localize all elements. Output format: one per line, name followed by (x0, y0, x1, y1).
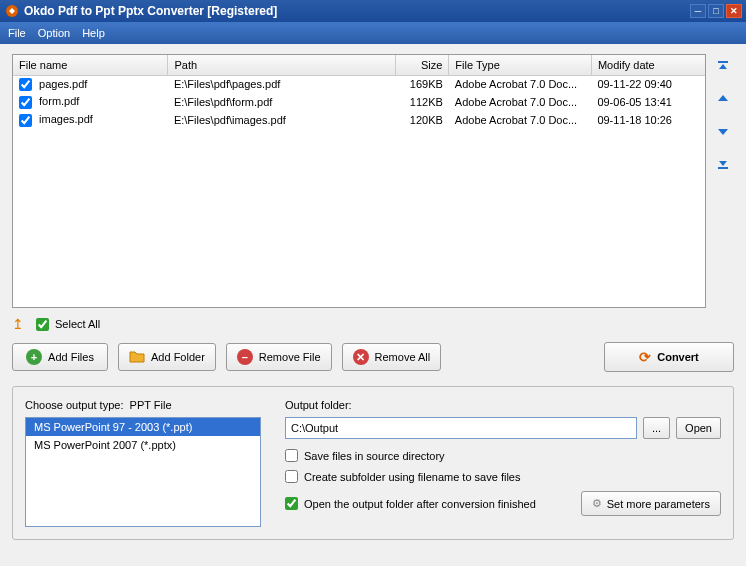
remove-file-label: Remove File (259, 351, 321, 363)
add-files-button[interactable]: + Add Files (12, 343, 108, 371)
file-type: Adobe Acrobat 7.0 Doc... (449, 93, 592, 111)
open-after-label[interactable]: Open the output folder after conversion … (304, 498, 536, 510)
row-checkbox[interactable] (19, 96, 32, 109)
titlebar: Okdo Pdf to Ppt Pptx Converter [Register… (0, 0, 746, 22)
save-source-label[interactable]: Save files in source directory (304, 450, 445, 462)
file-size: 112KB (395, 93, 449, 111)
menu-help[interactable]: Help (82, 27, 105, 39)
plus-icon: + (26, 349, 42, 365)
move-up-button[interactable] (714, 90, 732, 108)
menubar: File Option Help (0, 22, 746, 44)
open-after-checkbox[interactable] (285, 497, 298, 510)
file-name: images.pdf (39, 113, 93, 125)
file-panel: File name Path Size File Type Modify dat… (12, 54, 734, 308)
file-path: E:\Files\pdf\pages.pdf (168, 75, 395, 93)
table-header: File name Path Size File Type Modify dat… (13, 55, 705, 75)
reorder-arrows (714, 54, 734, 308)
window-title: Okdo Pdf to Ppt Pptx Converter [Register… (24, 4, 690, 18)
menu-file[interactable]: File (8, 27, 26, 39)
file-path: E:\Files\pdf\form.pdf (168, 93, 395, 111)
table-row[interactable]: images.pdfE:\Files\pdf\images.pdf120KBAd… (13, 111, 705, 129)
add-files-label: Add Files (48, 351, 94, 363)
add-folder-label: Add Folder (151, 351, 205, 363)
convert-label: Convert (657, 351, 699, 363)
output-folder-row: ... Open (285, 417, 721, 439)
gear-icon: ⚙ (592, 497, 602, 510)
file-date: 09-11-18 10:26 (591, 111, 705, 129)
file-size: 120KB (395, 111, 449, 129)
remove-file-button[interactable]: – Remove File (226, 343, 332, 371)
convert-icon: ⟳ (639, 349, 651, 365)
convert-button[interactable]: ⟳ Convert (604, 342, 734, 372)
table-row[interactable]: form.pdfE:\Files\pdf\form.pdf112KBAdobe … (13, 93, 705, 111)
save-source-checkbox[interactable] (285, 449, 298, 462)
output-type-option[interactable]: MS PowerPoint 97 - 2003 (*.ppt) (26, 418, 260, 436)
output-type-list[interactable]: MS PowerPoint 97 - 2003 (*.ppt)MS PowerP… (25, 417, 261, 527)
col-file-name[interactable]: File name (13, 55, 168, 75)
add-folder-button[interactable]: Add Folder (118, 343, 216, 371)
svg-rect-2 (718, 167, 728, 169)
select-all-checkbox[interactable] (36, 318, 49, 331)
file-list[interactable]: File name Path Size File Type Modify dat… (12, 54, 706, 308)
x-icon: ✕ (353, 349, 369, 365)
output-type-label-row: Choose output type: PPT File (25, 399, 261, 411)
file-type: Adobe Acrobat 7.0 Doc... (449, 111, 592, 129)
main-area: File name Path Size File Type Modify dat… (0, 44, 746, 566)
subfolder-row: Create subfolder using filename to save … (285, 470, 721, 483)
minus-icon: – (237, 349, 253, 365)
table-row[interactable]: pages.pdfE:\Files\pdf\pages.pdf169KBAdob… (13, 75, 705, 93)
file-date: 09-06-05 13:41 (591, 93, 705, 111)
up-folder-icon[interactable]: ↥ (12, 316, 24, 332)
remove-all-label: Remove All (375, 351, 431, 363)
output-folder-input[interactable] (285, 417, 637, 439)
row-checkbox[interactable] (19, 114, 32, 127)
settings-panel: Choose output type: PPT File MS PowerPoi… (12, 386, 734, 540)
move-top-button[interactable] (714, 58, 732, 76)
save-source-row: Save files in source directory (285, 449, 721, 462)
minimize-button[interactable]: ─ (690, 4, 706, 18)
set-parameters-label: Set more parameters (607, 498, 710, 510)
subfolder-checkbox[interactable] (285, 470, 298, 483)
col-path[interactable]: Path (168, 55, 395, 75)
browse-button[interactable]: ... (643, 417, 670, 439)
file-size: 169KB (395, 75, 449, 93)
subfolder-label[interactable]: Create subfolder using filename to save … (304, 471, 520, 483)
svg-rect-1 (718, 61, 728, 63)
close-button[interactable]: ✕ (726, 4, 742, 18)
window-controls: ─ □ ✕ (690, 4, 742, 18)
output-type-current: PPT File (130, 399, 172, 411)
file-path: E:\Files\pdf\images.pdf (168, 111, 395, 129)
output-type-label: Choose output type: (25, 399, 123, 411)
file-date: 09-11-22 09:40 (591, 75, 705, 93)
file-name: pages.pdf (39, 78, 87, 90)
menu-option[interactable]: Option (38, 27, 70, 39)
set-parameters-button[interactable]: ⚙ Set more parameters (581, 491, 721, 516)
maximize-button[interactable]: □ (708, 4, 724, 18)
col-size[interactable]: Size (395, 55, 449, 75)
col-modify-date[interactable]: Modify date (591, 55, 705, 75)
app-icon (4, 3, 20, 19)
select-all-row: ↥ Select All (12, 316, 734, 332)
move-down-button[interactable] (714, 122, 732, 140)
output-type-option[interactable]: MS PowerPoint 2007 (*.pptx) (26, 436, 260, 454)
file-name: form.pdf (39, 95, 79, 107)
move-bottom-button[interactable] (714, 154, 732, 172)
open-folder-button[interactable]: Open (676, 417, 721, 439)
file-type: Adobe Acrobat 7.0 Doc... (449, 75, 592, 93)
select-all-label[interactable]: Select All (55, 318, 100, 330)
output-folder-label: Output folder: (285, 399, 721, 411)
action-button-row: + Add Files Add Folder – Remove File ✕ R… (12, 342, 734, 372)
output-type-section: Choose output type: PPT File MS PowerPoi… (25, 399, 261, 527)
output-folder-section: Output folder: ... Open Save files in so… (285, 399, 721, 527)
remove-all-button[interactable]: ✕ Remove All (342, 343, 442, 371)
row-checkbox[interactable] (19, 78, 32, 91)
col-file-type[interactable]: File Type (449, 55, 592, 75)
open-after-row: Open the output folder after conversion … (285, 491, 721, 516)
folder-icon (129, 349, 145, 365)
